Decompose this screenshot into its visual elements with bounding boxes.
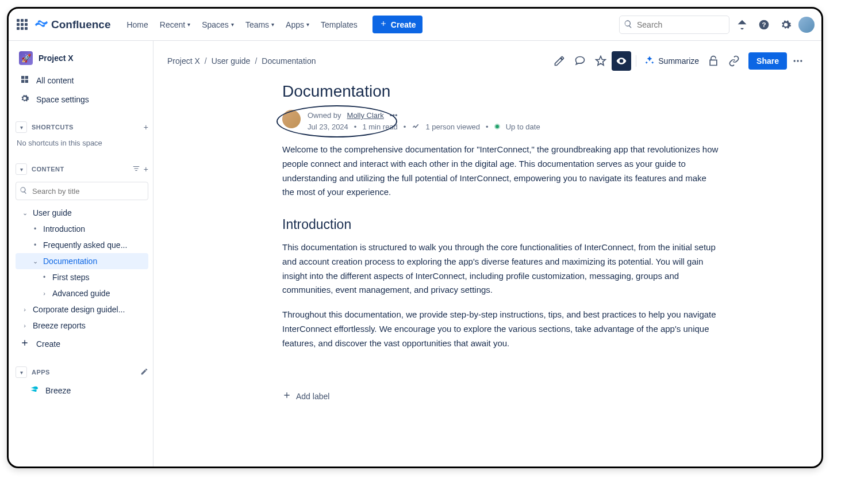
sidebar-all-content[interactable]: All content <box>16 71 148 90</box>
breadcrumb-current: Documentation <box>262 56 316 66</box>
chevron-down-icon: ▾ <box>231 21 234 28</box>
add-shortcut-icon[interactable]: + <box>144 123 148 132</box>
chevron-down-icon: ⌄ <box>21 209 28 217</box>
sidebar-space-settings[interactable]: Space settings <box>16 90 148 109</box>
comment-icon[interactable] <box>570 51 590 71</box>
chevron-down-icon: ▾ <box>306 21 309 28</box>
settings-icon[interactable] <box>777 16 795 34</box>
nav-spaces[interactable]: Spaces▾ <box>196 17 240 33</box>
notifications-icon[interactable] <box>733 16 751 34</box>
space-header[interactable]: 🚀 Project X <box>16 48 148 71</box>
owner-name[interactable]: Molly Clark <box>347 110 384 121</box>
tree-breeze-reports[interactable]: ›Breeze reports <box>16 318 148 334</box>
breadcrumb: Project X / User guide / Documentation <box>167 56 316 66</box>
tree-first-steps[interactable]: •First steps <box>16 269 148 285</box>
star-icon[interactable] <box>591 51 610 71</box>
svg-text:?: ? <box>762 21 766 28</box>
analytics-icon[interactable] <box>412 121 420 133</box>
bullet-icon: • <box>32 241 39 249</box>
apps-toggle[interactable]: ▾ <box>16 366 27 378</box>
shortcuts-toggle[interactable]: ▾ <box>16 121 27 133</box>
restrictions-icon[interactable] <box>704 51 723 71</box>
user-avatar[interactable] <box>798 17 815 33</box>
chevron-right-icon: › <box>41 290 48 297</box>
nav-home[interactable]: Home <box>121 17 153 33</box>
share-button[interactable]: Share <box>748 52 787 70</box>
plus-icon <box>379 20 387 29</box>
svg-point-4 <box>800 60 802 62</box>
summarize-button[interactable]: Summarize <box>641 55 702 67</box>
tree-documentation[interactable]: ⌄Documentation <box>16 253 148 269</box>
tree-introduction[interactable]: •Introduction <box>16 221 148 237</box>
svg-point-3 <box>797 60 798 62</box>
chevron-down-icon: ▾ <box>20 124 23 131</box>
search-icon <box>20 186 28 197</box>
edit-icon[interactable] <box>550 51 569 71</box>
chevron-down-icon: ⌄ <box>32 258 39 265</box>
section-apps: APPS <box>32 369 50 376</box>
grid-icon <box>20 75 29 86</box>
confluence-logo-icon <box>35 17 48 32</box>
search-icon <box>624 20 633 31</box>
space-icon: 🚀 <box>19 51 33 65</box>
content-paragraph: This documentation is structured to walk… <box>282 240 719 297</box>
create-button[interactable]: Create <box>372 16 423 33</box>
edit-apps-icon[interactable] <box>140 368 148 377</box>
tree-corporate[interactable]: ›Corporate design guidel... <box>16 301 148 318</box>
confluence-brand[interactable]: Confluence <box>35 17 110 32</box>
app-switcher-icon[interactable] <box>16 18 29 32</box>
plus-icon <box>20 338 29 349</box>
space-name: Project X <box>39 53 74 63</box>
brand-text: Confluence <box>51 18 110 31</box>
section-content: CONTENT <box>32 166 64 173</box>
more-icon[interactable] <box>788 51 808 71</box>
chevron-right-icon: › <box>21 322 28 329</box>
filter-icon[interactable] <box>132 165 140 174</box>
gear-icon <box>20 94 29 105</box>
status-dot-icon <box>494 124 500 129</box>
author-avatar[interactable] <box>282 110 301 128</box>
tree-advanced[interactable]: ›Advanced guide <box>16 285 148 301</box>
breadcrumb-link[interactable]: User guide <box>212 56 251 66</box>
ai-icon <box>644 55 655 67</box>
content-paragraph: Welcome to the comprehensive documentati… <box>282 143 719 200</box>
sidebar-search-input[interactable] <box>16 182 148 200</box>
add-label-button[interactable]: Add label <box>282 391 719 402</box>
status-text: Up to date <box>506 121 540 133</box>
breadcrumb-link[interactable]: Project X <box>167 56 200 66</box>
help-icon[interactable]: ? <box>755 16 773 34</box>
byline-more-icon[interactable]: ••• <box>390 110 398 121</box>
svg-point-2 <box>794 60 796 62</box>
add-content-icon[interactable]: + <box>144 165 148 174</box>
content-heading: Introduction <box>282 217 719 232</box>
sidebar-create[interactable]: Create <box>16 334 148 354</box>
divider <box>636 55 636 67</box>
section-shortcuts: SHORTCUTS <box>32 124 74 131</box>
nav-apps[interactable]: Apps▾ <box>280 17 315 33</box>
no-shortcuts-text: No shortcuts in this space <box>16 135 148 151</box>
page-date: Jul 23, 2024 <box>308 121 348 133</box>
chevron-down-icon: ▾ <box>271 21 274 28</box>
plus-icon <box>282 391 291 402</box>
view-count[interactable]: 1 person viewed <box>425 121 480 133</box>
chevron-down-icon: ▾ <box>20 369 23 376</box>
breeze-icon <box>29 384 40 396</box>
nav-recent[interactable]: Recent▾ <box>154 17 196 33</box>
bullet-icon: • <box>32 225 39 233</box>
search-input[interactable] <box>619 16 729 34</box>
nav-teams[interactable]: Teams▾ <box>240 17 280 33</box>
chevron-down-icon: ▾ <box>20 166 23 173</box>
app-breeze[interactable]: Breeze <box>16 380 148 400</box>
chevron-right-icon: › <box>21 306 28 313</box>
bullet-icon: • <box>41 273 48 281</box>
read-time: 1 min read <box>362 121 397 133</box>
chevron-down-icon: ▾ <box>187 21 190 28</box>
content-paragraph: Throughout this documentation, we provid… <box>282 308 719 350</box>
tree-user-guide[interactable]: ⌄User guide <box>16 205 148 221</box>
owned-by-label: Owned by <box>308 110 341 121</box>
tree-faq[interactable]: •Frequently asked que... <box>16 237 148 253</box>
watch-icon[interactable] <box>612 51 631 71</box>
link-icon[interactable] <box>724 51 744 71</box>
nav-templates[interactable]: Templates <box>315 17 363 33</box>
content-toggle[interactable]: ▾ <box>16 163 27 175</box>
